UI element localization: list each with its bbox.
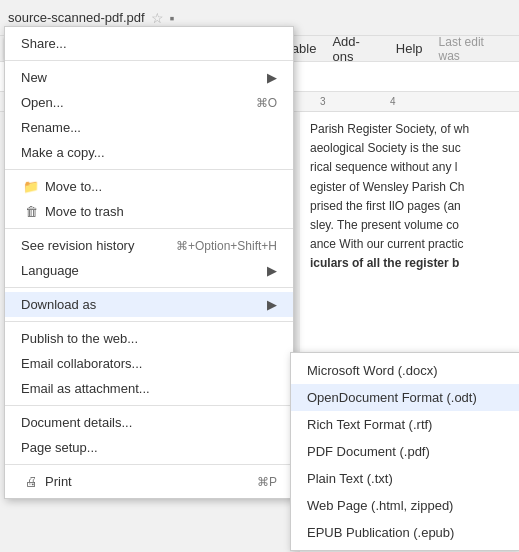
share-label: Share... bbox=[21, 36, 67, 51]
menu-section-print: 🖨 Print ⌘P bbox=[5, 465, 293, 498]
ruler-marks: 3 4 bbox=[310, 92, 519, 111]
download-html[interactable]: Web Page (.html, zipped) bbox=[291, 492, 519, 519]
docx-label: Microsoft Word (.docx) bbox=[307, 363, 438, 378]
download-arrow: ▶ bbox=[267, 297, 277, 312]
make-copy-label: Make a copy... bbox=[21, 145, 105, 160]
print-label: Print bbox=[45, 474, 72, 489]
move-to-trash-label: Move to trash bbox=[45, 204, 124, 219]
html-label: Web Page (.html, zipped) bbox=[307, 498, 453, 513]
menu-open[interactable]: Open... ⌘O bbox=[5, 90, 293, 115]
download-epub[interactable]: EPUB Publication (.epub) bbox=[291, 519, 519, 546]
download-rtf[interactable]: Rich Text Format (.rtf) bbox=[291, 411, 519, 438]
content-line-4: egister of Wensley Parish Ch bbox=[310, 178, 509, 197]
email-collaborators-label: Email collaborators... bbox=[21, 356, 142, 371]
content-line-1: Parish Register Society, of wh bbox=[310, 120, 509, 139]
menu-make-copy[interactable]: Make a copy... bbox=[5, 140, 293, 165]
menu-publish-web[interactable]: Publish to the web... bbox=[5, 326, 293, 351]
rtf-label: Rich Text Format (.rtf) bbox=[307, 417, 432, 432]
epub-label: EPUB Publication (.epub) bbox=[307, 525, 454, 540]
menu-download-as[interactable]: Download as ▶ bbox=[5, 292, 293, 317]
menu-move-to-trash[interactable]: 🗑 Move to trash bbox=[5, 199, 293, 224]
download-docx[interactable]: Microsoft Word (.docx) bbox=[291, 357, 519, 384]
menu-page-setup[interactable]: Page setup... bbox=[5, 435, 293, 460]
menu-section-details: Document details... Page setup... bbox=[5, 406, 293, 465]
email-attachment-label: Email as attachment... bbox=[21, 381, 150, 396]
menu-section-share: Share... bbox=[5, 27, 293, 61]
new-label: New bbox=[21, 70, 47, 85]
odt-label: OpenDocument Format (.odt) bbox=[307, 390, 477, 405]
publish-web-label: Publish to the web... bbox=[21, 331, 138, 346]
download-txt[interactable]: Plain Text (.txt) bbox=[291, 465, 519, 492]
txt-label: Plain Text (.txt) bbox=[307, 471, 393, 486]
revision-history-label: See revision history bbox=[21, 238, 134, 253]
menu-section-move: 📁 Move to... 🗑 Move to trash bbox=[5, 170, 293, 229]
download-odt[interactable]: OpenDocument Format (.odt) bbox=[291, 384, 519, 411]
download-submenu: Microsoft Word (.docx) OpenDocument Form… bbox=[290, 352, 519, 551]
menu-rename[interactable]: Rename... bbox=[5, 115, 293, 140]
page-setup-label: Page setup... bbox=[21, 440, 98, 455]
download-as-label: Download as bbox=[21, 297, 96, 312]
print-shortcut: ⌘P bbox=[257, 475, 277, 489]
file-menu-dropdown: Share... New ▶ Open... ⌘O Rename... Make… bbox=[4, 26, 294, 499]
document-title: source-scanned-pdf.pdf bbox=[8, 10, 145, 25]
menu-document-details[interactable]: Document details... bbox=[5, 410, 293, 435]
download-pdf[interactable]: PDF Document (.pdf) bbox=[291, 438, 519, 465]
menu-new[interactable]: New ▶ bbox=[5, 65, 293, 90]
menu-help[interactable]: Help bbox=[388, 38, 431, 59]
new-arrow: ▶ bbox=[267, 70, 277, 85]
menu-print[interactable]: 🖨 Print ⌘P bbox=[5, 469, 293, 494]
menu-revision-history[interactable]: See revision history ⌘+Option+Shift+H bbox=[5, 233, 293, 258]
menu-language[interactable]: Language ▶ bbox=[5, 258, 293, 283]
folder-icon: ▪ bbox=[170, 10, 175, 26]
content-line-5: prised the first IlO pages (an bbox=[310, 197, 509, 216]
menu-section-revision: See revision history ⌘+Option+Shift+H La… bbox=[5, 229, 293, 288]
print-icon: 🖨 bbox=[21, 474, 41, 489]
pdf-label: PDF Document (.pdf) bbox=[307, 444, 430, 459]
language-arrow: ▶ bbox=[267, 263, 277, 278]
menu-share[interactable]: Share... bbox=[5, 31, 293, 56]
open-label: Open... bbox=[21, 95, 64, 110]
document-details-label: Document details... bbox=[21, 415, 132, 430]
rename-label: Rename... bbox=[21, 120, 81, 135]
menu-addons[interactable]: Add-ons bbox=[324, 31, 387, 67]
menu-email-collaborators[interactable]: Email collaborators... bbox=[5, 351, 293, 376]
revision-shortcut: ⌘+Option+Shift+H bbox=[176, 239, 277, 253]
language-label: Language bbox=[21, 263, 79, 278]
move-to-label: Move to... bbox=[45, 179, 102, 194]
open-shortcut: ⌘O bbox=[256, 96, 277, 110]
menu-section-publish: Publish to the web... Email collaborator… bbox=[5, 322, 293, 406]
menu-move-to[interactable]: 📁 Move to... bbox=[5, 174, 293, 199]
content-line-7: ance With our current practic bbox=[310, 235, 509, 254]
menu-section-download: Download as ▶ bbox=[5, 288, 293, 322]
content-line-6: sley. The present volume co bbox=[310, 216, 509, 235]
star-icon[interactable]: ☆ bbox=[151, 10, 164, 26]
content-line-3: rical sequence without any l bbox=[310, 158, 509, 177]
content-line-8: iculars of all the register b bbox=[310, 254, 509, 273]
folder-move-icon: 📁 bbox=[21, 179, 41, 194]
trash-icon: 🗑 bbox=[21, 204, 41, 219]
content-line-2: aeological Society is the suc bbox=[310, 139, 509, 158]
menu-section-file-ops: New ▶ Open... ⌘O Rename... Make a copy..… bbox=[5, 61, 293, 170]
menu-email-attachment[interactable]: Email as attachment... bbox=[5, 376, 293, 401]
last-edit-text: Last edit was bbox=[431, 32, 515, 66]
